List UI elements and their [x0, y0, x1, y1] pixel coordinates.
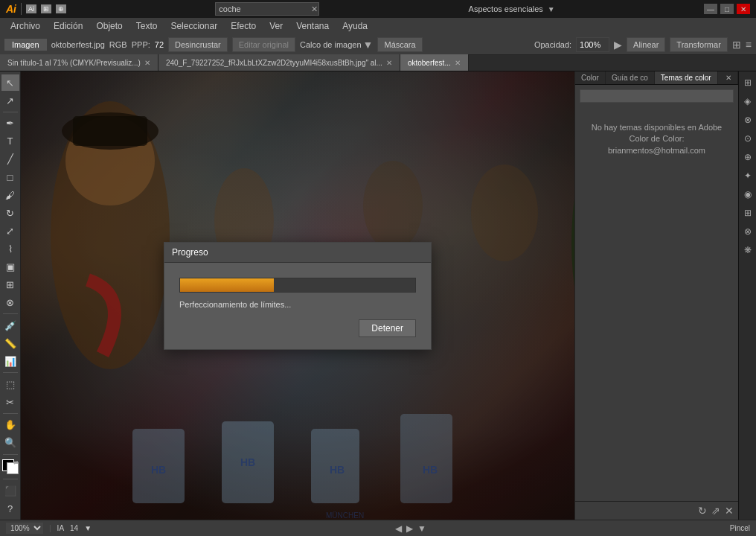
- zoom-select[interactable]: 100%: [6, 523, 43, 534]
- right-panel-tabs: Color Guía de co Temas de color ✕: [575, 71, 738, 85]
- search-area[interactable]: ✕: [215, 2, 319, 16]
- eyedropper-tool[interactable]: 💉: [1, 317, 19, 334]
- zoom-tool[interactable]: 🔍: [1, 435, 19, 451]
- doc-tabs: Sin título-1 al 71% (CMYK/Previsualiz...…: [0, 55, 756, 71]
- tab-240f[interactable]: 240_F_79227252_fRJxLbLtXZzw2D2tyyuMI4i58…: [158, 54, 400, 71]
- scale-tool[interactable]: ⤢: [1, 223, 19, 239]
- search-input[interactable]: [215, 2, 319, 16]
- progress-overlay: Progreso Perfeccionamiento de límites...…: [21, 71, 574, 520]
- nav-right-icon[interactable]: ▶: [406, 523, 413, 534]
- tab-color[interactable]: Color: [575, 71, 606, 84]
- tab-sintitulo[interactable]: Sin título-1 al 71% (CMYK/Previsualiz...…: [0, 54, 158, 71]
- far-right-icon-7[interactable]: ◉: [740, 186, 756, 202]
- menu-edicion[interactable]: Edición: [48, 19, 89, 33]
- graph-tool[interactable]: 📊: [1, 353, 19, 369]
- progress-bar-fill: [180, 278, 274, 292]
- measure-tool[interactable]: 📏: [1, 335, 19, 351]
- gradient-tool[interactable]: ▣: [1, 258, 19, 275]
- detener-button[interactable]: Detener: [359, 319, 416, 337]
- far-right-icon-5[interactable]: ⊕: [740, 149, 756, 165]
- far-right-icon-2[interactable]: ◈: [740, 93, 756, 109]
- menu-ver[interactable]: Ver: [263, 19, 289, 33]
- transformar-button[interactable]: Transformar: [670, 37, 728, 52]
- far-right-icon-4[interactable]: ⊙: [740, 130, 756, 147]
- nav-left-icon[interactable]: ◀: [395, 523, 402, 534]
- minimize-button[interactable]: —: [704, 4, 717, 14]
- tab-sintitulo-close[interactable]: ✕: [144, 59, 150, 67]
- ppp-label: PPP:: [132, 40, 150, 49]
- menu-archivo[interactable]: Archivo: [4, 19, 46, 33]
- far-right-icon-3[interactable]: ⊗: [740, 112, 756, 128]
- menu-seleccionar[interactable]: Seleccionar: [164, 19, 223, 33]
- more-options-icon[interactable]: ≡: [746, 39, 752, 51]
- paintbrush-tool[interactable]: 🖌: [1, 187, 19, 203]
- mascara-button[interactable]: Máscara: [377, 37, 422, 52]
- screen-mode-tool[interactable]: ⬛: [1, 482, 19, 499]
- line-tool[interactable]: ╱: [1, 151, 19, 168]
- desincrustar-button[interactable]: Desincrustar: [168, 37, 228, 52]
- opacidad-input[interactable]: [576, 37, 609, 52]
- blend-tool[interactable]: ⊗: [1, 294, 19, 310]
- filename-label: oktoberfest.jpg: [51, 40, 105, 49]
- question-tool[interactable]: ?: [1, 500, 19, 517]
- menu-objeto[interactable]: Objeto: [90, 19, 128, 33]
- rect-tool[interactable]: □: [1, 169, 19, 185]
- right-panel-body: No hay temas disponibles en Adobe Color …: [575, 85, 738, 501]
- tab-oktoberfest-close[interactable]: ✕: [455, 59, 461, 67]
- opacidad-arrow-icon[interactable]: ▶: [614, 39, 622, 51]
- ext-badge: ⊞: [41, 4, 51, 13]
- mesh-tool[interactable]: ⊞: [1, 276, 19, 293]
- progress-body: Perfeccionamiento de límites... Detener: [164, 263, 431, 349]
- tab-oktoberfest[interactable]: oktoberfest... ✕: [400, 54, 469, 71]
- far-right-icon-1[interactable]: ⊞: [740, 74, 756, 91]
- far-right-icon-10[interactable]: ❋: [740, 242, 756, 258]
- menu-efecto[interactable]: Efecto: [225, 19, 262, 33]
- direct-select-tool[interactable]: ↗: [1, 92, 19, 109]
- warp-tool[interactable]: ⌇: [1, 240, 19, 257]
- rotate-tool[interactable]: ↻: [1, 205, 19, 221]
- far-right-icon-9[interactable]: ⊗: [740, 223, 756, 240]
- nav-down-icon[interactable]: ▼: [417, 523, 426, 534]
- progress-title-bar: Progreso: [164, 243, 431, 263]
- search-clear-icon[interactable]: ✕: [311, 4, 318, 14]
- type-tool[interactable]: T: [1, 133, 19, 150]
- temas-search-input[interactable]: [580, 89, 734, 103]
- status-info1: IA: [57, 524, 64, 532]
- tab-240f-close[interactable]: ✕: [386, 59, 392, 67]
- color-boxes[interactable]: ⇄: [2, 459, 19, 474]
- tab-guia[interactable]: Guía de co: [606, 71, 655, 84]
- hand-tool[interactable]: ✋: [1, 417, 19, 433]
- panel-footer-close-icon[interactable]: ✕: [725, 505, 734, 517]
- status-arrow[interactable]: ▼: [84, 524, 92, 532]
- close-button[interactable]: ✕: [737, 4, 750, 14]
- menu-ayuda[interactable]: Ayuda: [336, 19, 374, 33]
- tool-divider-5: [3, 454, 18, 455]
- workspace-label: Aspectos esenciales: [469, 4, 543, 13]
- title-bar: Ai Ai ⊞ ⊕ ✕ Aspectos esenciales ▼ — □ ✕: [0, 0, 756, 18]
- menu-texto[interactable]: Texto: [130, 19, 164, 33]
- menu-ventana[interactable]: Ventana: [290, 19, 335, 33]
- far-right-icon-6[interactable]: ✦: [740, 168, 756, 184]
- editar-original-button[interactable]: Editar original: [232, 37, 295, 52]
- tab-temas[interactable]: Temas de color: [655, 71, 718, 84]
- extra-icon[interactable]: ⊞: [732, 39, 741, 51]
- menu-bar: Archivo Edición Objeto Texto Seleccionar…: [0, 18, 756, 34]
- calco-label: Calco de imagen: [300, 40, 362, 49]
- title-bar-left: Ai Ai ⊞ ⊕: [6, 3, 66, 15]
- workspace-dropdown-icon[interactable]: ▼: [548, 5, 555, 13]
- ppp-value: 72: [155, 40, 164, 49]
- share-icon[interactable]: ⇗: [711, 505, 720, 517]
- pen-tool[interactable]: ✒: [1, 115, 19, 132]
- slice-tool[interactable]: ✂: [1, 394, 19, 410]
- select-tool[interactable]: ↖: [1, 74, 19, 91]
- imagen-tab[interactable]: Imagen: [4, 39, 47, 51]
- panel-close-icon[interactable]: ✕: [720, 71, 738, 84]
- color-swap-icon[interactable]: ⇄: [13, 459, 19, 466]
- artboard-tool[interactable]: ⬚: [1, 376, 19, 392]
- calco-dropdown-icon[interactable]: ▼: [363, 39, 374, 51]
- refresh-icon[interactable]: ↻: [698, 505, 707, 517]
- far-right-icon-8[interactable]: ⊞: [740, 205, 756, 221]
- calco-select-area[interactable]: Calco de imagen ▼: [300, 39, 373, 51]
- maximize-button[interactable]: □: [720, 4, 734, 14]
- alinear-button[interactable]: Alinear: [627, 37, 665, 52]
